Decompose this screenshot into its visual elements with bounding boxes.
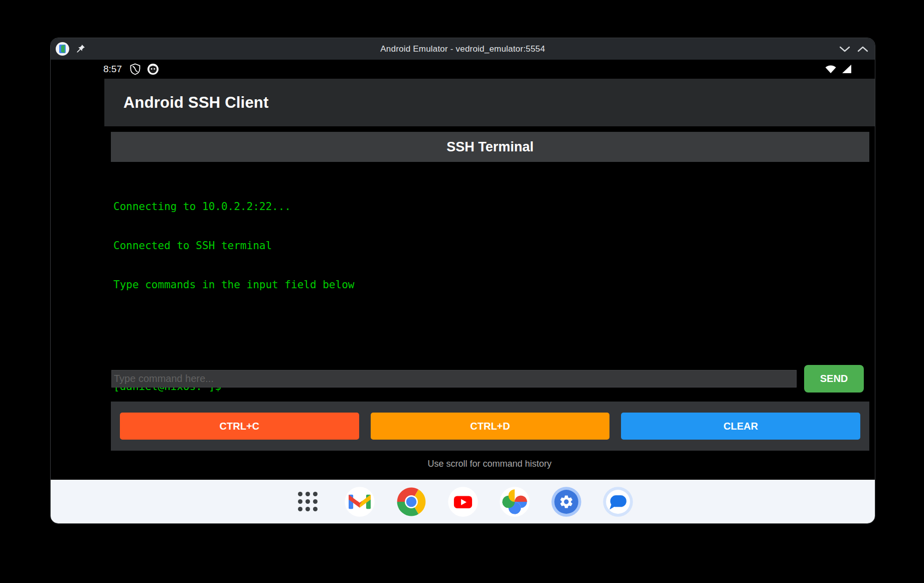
cellular-signal-icon	[841, 64, 853, 75]
android-status-bar: 8:57	[51, 60, 875, 79]
control-buttons-strip: CTRL+C CTRL+D CLEAR	[111, 402, 869, 451]
terminal-header: SSH Terminal	[111, 132, 869, 162]
expand-chevron-up-icon[interactable]	[857, 46, 869, 53]
android-dock	[51, 480, 875, 523]
shield-notification-icon	[130, 63, 140, 75]
messages-icon[interactable]	[602, 486, 634, 517]
status-time: 8:57	[103, 64, 122, 75]
terminal-line: Type commands in the input field below	[113, 278, 869, 291]
face-notification-icon	[147, 63, 159, 75]
emulator-window: Android Emulator - vedroid_emulator:5554…	[50, 38, 875, 524]
ssh-client-app: Android SSH Client SSH Terminal Connecti…	[104, 79, 875, 523]
minimize-chevron-down-icon[interactable]	[839, 46, 851, 53]
window-titlebar: Android Emulator - vedroid_emulator:5554	[51, 38, 875, 60]
command-input-row: SEND	[111, 364, 864, 393]
google-photos-icon[interactable]	[499, 486, 530, 517]
chrome-icon[interactable]	[396, 486, 427, 517]
window-title: Android Emulator - vedroid_emulator:5554	[51, 44, 875, 54]
app-drawer-dots	[298, 492, 318, 511]
send-button[interactable]: SEND	[804, 365, 864, 393]
terminal-header-label: SSH Terminal	[446, 139, 534, 155]
terminal-blank-space	[113, 317, 869, 354]
terminal-line: Connected to SSH terminal	[113, 239, 869, 252]
app-title: Android SSH Client	[123, 94, 269, 112]
app-drawer-icon[interactable]	[292, 486, 324, 517]
ctrl-d-button[interactable]: CTRL+D	[371, 413, 610, 440]
clear-button[interactable]: CLEAR	[621, 413, 860, 440]
wifi-icon	[824, 64, 837, 75]
command-input[interactable]	[111, 370, 797, 387]
ctrl-c-button[interactable]: CTRL+C	[120, 413, 359, 440]
terminal-line: Connecting to 10.0.2.2:22...	[113, 200, 869, 213]
settings-icon[interactable]	[551, 486, 582, 517]
gmail-icon[interactable]	[344, 486, 375, 517]
youtube-icon[interactable]	[447, 486, 479, 517]
emulator-screen: 8:57	[51, 60, 875, 523]
app-bar: Android SSH Client	[104, 79, 875, 126]
scroll-hint: Use scroll for command history	[104, 459, 875, 469]
